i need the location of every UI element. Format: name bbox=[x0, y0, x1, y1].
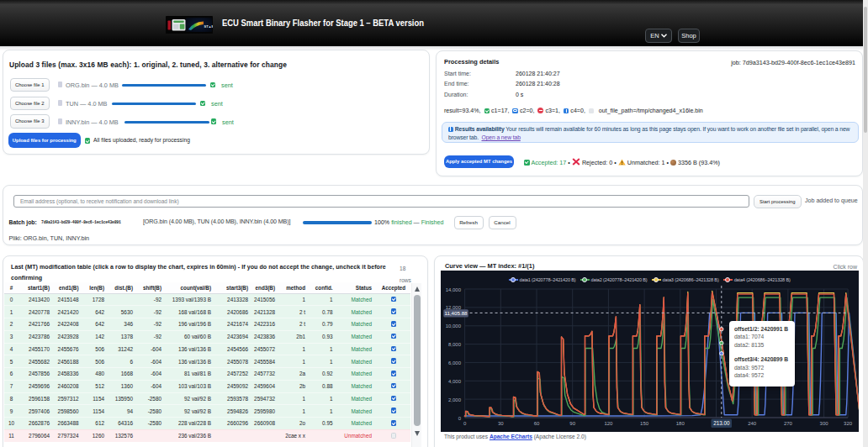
svg-text:213.00: 213.00 bbox=[713, 420, 730, 426]
svg-text:14,000: 14,000 bbox=[446, 287, 462, 292]
svg-text:300: 300 bbox=[820, 421, 829, 426]
svg-text:180: 180 bbox=[676, 421, 685, 426]
svg-text:240: 240 bbox=[748, 421, 757, 426]
svg-text:4,000: 4,000 bbox=[448, 379, 462, 384]
svg-text:120: 120 bbox=[604, 421, 613, 426]
svg-text:6,000: 6,000 bbox=[448, 360, 462, 365]
svg-text:60: 60 bbox=[534, 421, 540, 426]
svg-text:90: 90 bbox=[569, 421, 575, 426]
svg-text:8,000: 8,000 bbox=[448, 342, 462, 347]
svg-text:320: 320 bbox=[844, 421, 853, 426]
svg-text:270: 270 bbox=[784, 421, 793, 426]
svg-text:10,000: 10,000 bbox=[446, 323, 462, 329]
svg-text:2,000: 2,000 bbox=[448, 397, 462, 402]
svg-text:11,405.88: 11,405.88 bbox=[444, 310, 468, 316]
svg-text:30: 30 bbox=[498, 421, 504, 426]
svg-text:150: 150 bbox=[640, 421, 649, 426]
svg-text:ST▲MP: ST▲MP bbox=[204, 24, 214, 29]
